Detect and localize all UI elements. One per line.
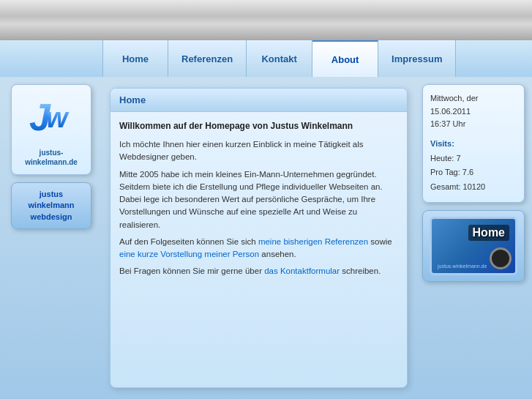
date-display: Mittwoch, der 15.06.2011 16:37 Uhr: [430, 92, 517, 131]
content-para-1: Ich möchte Ihnen hier einen kurzen Einbl…: [119, 138, 398, 164]
navigation-bar: Home Referenzen Kontakt About Impressum: [0, 40, 532, 77]
sidebar-webdesign-link[interactable]: justus winkelmann webdesign: [11, 182, 91, 229]
content-panel: Home Willkommen auf der Homepage von Jus…: [110, 88, 408, 388]
referenzen-link[interactable]: meine bisherigen Referenzen: [258, 237, 368, 246]
kontaktformular-link[interactable]: das Kontaktformular: [264, 266, 340, 275]
jw-logo: J w: [26, 92, 77, 143]
date-info-box: Mittwoch, der 15.06.2011 16:37 Uhr Visit…: [422, 84, 525, 203]
content-para-2: Mitte 2005 habe ich mein kleines Ein-Man…: [119, 168, 398, 231]
content-para-3: Auf den Folgeseiten können Sie sich mein…: [119, 236, 398, 261]
content-para-4: Bei Fragen können Sie mir gerne über das…: [119, 265, 398, 277]
left-sidebar: J w justus-winkelmann.de justus winkelma…: [0, 77, 102, 399]
visits-display: Visits: Heute: 7 Pro Tag: 7.6 Gesamt: 10…: [430, 137, 517, 195]
nav-item-kontakt[interactable]: Kontakt: [247, 40, 312, 77]
right-sidebar: Mittwoch, der 15.06.2011 16:37 Uhr Visit…: [415, 77, 532, 399]
logo-box: J w justus-winkelmann.de: [11, 84, 91, 175]
content-text: Willkommen auf der Homepage von Justus W…: [119, 119, 398, 278]
svg-text:w: w: [46, 102, 70, 133]
main-wrapper: J w justus-winkelmann.de justus winkelma…: [0, 77, 532, 399]
content-heading: Willkommen auf der Homepage von Justus W…: [119, 119, 398, 133]
nav-item-home[interactable]: Home: [102, 40, 168, 77]
logo-site-name: justus-winkelmann.de: [19, 148, 83, 167]
nav-item-referenzen[interactable]: Referenzen: [168, 40, 247, 77]
vorstellung-link[interactable]: eine kurze Vorstellung meiner Person: [119, 250, 259, 258]
content-panel-title: Home: [110, 89, 407, 112]
content-body[interactable]: Willkommen auf der Homepage von Justus W…: [110, 112, 407, 387]
nav-item-impressum[interactable]: Impressum: [378, 40, 456, 77]
home-preview-screen: Home justus-winkelmann.de: [430, 217, 517, 275]
webcam-icon: [490, 247, 512, 269]
home-preview-box[interactable]: Home justus-winkelmann.de: [422, 210, 525, 282]
top-metallic-bar: [0, 0, 532, 40]
center-content: Home Willkommen auf der Homepage von Jus…: [102, 77, 415, 399]
preview-url-text: justus-winkelmann.de: [438, 264, 487, 269]
home-preview-label: Home: [468, 225, 509, 241]
nav-item-about[interactable]: About: [312, 40, 378, 77]
